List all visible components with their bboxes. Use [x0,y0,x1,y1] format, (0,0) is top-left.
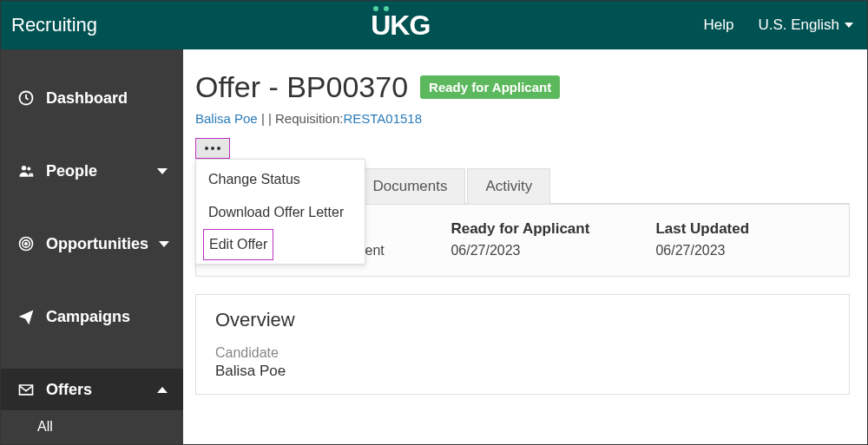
sidebar-item-campaigns[interactable]: Campaigns [1,296,183,337]
more-actions-button[interactable] [195,138,230,159]
svg-point-2 [27,167,30,171]
sidebar-item-label: Campaigns [46,308,168,326]
top-bar: Recruiting UKG Help U.S. English [1,1,867,49]
candidate-label: Candidate [215,345,830,361]
svg-point-5 [25,243,28,245]
clock-icon [16,88,36,108]
envelope-icon [16,380,36,399]
breadcrumb: Balisa Poe | | Requisition:RESTA01518 [195,111,850,126]
updated-label: Last Updated [655,220,830,238]
sidebar-item-dashboard[interactable]: Dashboard [1,77,183,119]
people-icon [16,161,36,180]
sidebar: Dashboard People Opportunities Campaigns [1,49,183,444]
paper-plane-icon [16,307,36,326]
language-selector[interactable]: U.S. English [758,16,853,34]
chevron-down-icon [159,241,169,247]
chevron-down-icon [157,168,168,174]
overview-panel: Overview Candidate Balisa Poe [195,294,850,395]
sidebar-item-opportunities[interactable]: Opportunities [1,223,183,265]
ready-value: 06/27/2023 [450,243,655,258]
sidebar-item-label: Dashboard [46,89,168,108]
menu-item-change-status[interactable]: Change Status [196,163,365,196]
sidebar-item-people[interactable]: People [1,150,183,192]
ready-label: Ready for Applicant [450,220,655,238]
menu-item-download-letter[interactable]: Download Offer Letter [196,196,365,229]
status-badge: Ready for Applicant [420,75,560,99]
sidebar-item-offers[interactable]: Offers [1,369,183,410]
sidebar-subitem-all[interactable]: All [1,410,183,443]
updated-value: 06/27/2023 [655,243,830,258]
language-label: U.S. English [758,16,839,34]
caret-down-icon [845,23,853,28]
sidebar-item-label: Opportunities [46,235,148,253]
logo-wrap: UKG [97,11,703,39]
menu-item-edit-offer[interactable]: Edit Offer [203,229,273,260]
app-title: Recruiting [11,14,97,36]
candidate-value: Balisa Poe [215,363,830,380]
target-icon [16,234,36,253]
tab-activity[interactable]: Activity [467,168,550,204]
svg-point-1 [22,166,26,170]
candidate-link[interactable]: Balisa Poe [195,111,258,126]
help-link[interactable]: Help [703,16,733,34]
page-title: Offer - BP00370 [195,70,408,104]
sidebar-item-label: Offers [46,381,147,399]
actions-dropdown: Change Status Download Offer Letter Edit… [195,159,365,265]
overview-title: Overview [215,309,830,331]
chevron-up-icon [157,387,168,393]
ukg-logo: UKG [371,11,430,39]
requisition-link[interactable]: RESTA01518 [343,111,422,126]
sidebar-item-label: People [46,162,147,180]
main-content: Offer - BP00370 Ready for Applicant Bali… [183,49,867,444]
tab-documents[interactable]: Documents [354,168,465,204]
